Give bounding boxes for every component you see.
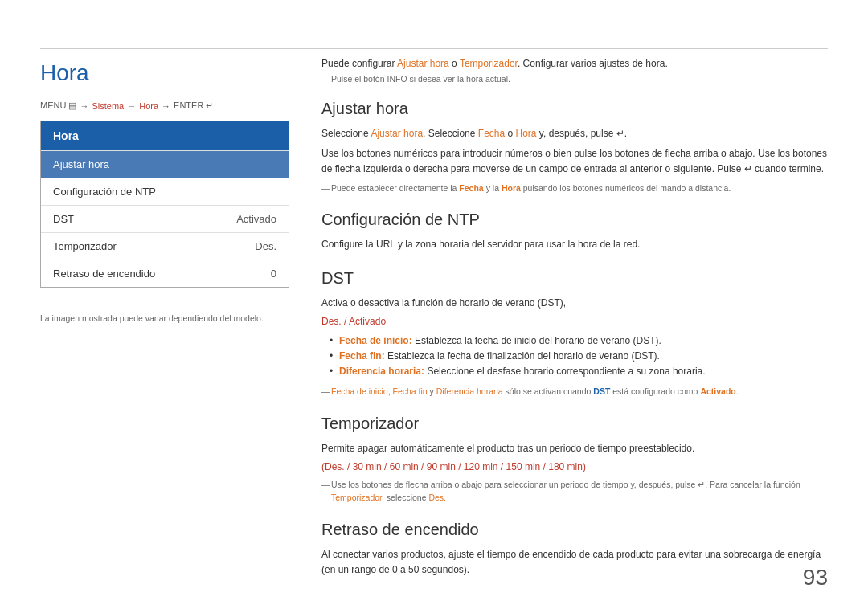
dst-note-diferencia: Diferencia horaria: [436, 386, 503, 396]
menu-item-label: Ajustar hora: [53, 158, 109, 170]
intro-link-ajustar[interactable]: Ajustar hora: [397, 58, 449, 69]
dst-note-fecha-inicio: Fecha de inicio: [331, 386, 388, 396]
timer-note-des: Des.: [428, 492, 446, 502]
section-body-retraso: Al conectar varios productos, ajuste el …: [321, 547, 828, 578]
menu-header: Hora: [41, 121, 289, 150]
section-body-ntp: Configure la URL y la zona horaria del s…: [321, 237, 828, 252]
intro-note: Pulse el botón INFO si desea ver la hora…: [321, 74, 828, 84]
dst-note: Fecha de inicio, Fecha fin y Diferencia …: [321, 386, 828, 398]
menu-item-label: Temporizador: [53, 240, 117, 252]
menu-item-label: Retraso de encendido: [53, 268, 155, 280]
section-body-dst: Activa o desactiva la función de horario…: [321, 296, 828, 311]
page-title: Hora: [40, 60, 289, 86]
timer-30[interactable]: 30 min: [353, 461, 382, 472]
section-title-dst: DST: [321, 269, 828, 288]
menu-box: Hora Ajustar hora Configuración de NTP D…: [40, 121, 289, 288]
dst-diferencia-label: Diferencia horaria:: [339, 366, 424, 377]
link-fecha[interactable]: Fecha: [478, 128, 505, 139]
breadcrumb-sistema[interactable]: Sistema: [92, 101, 124, 111]
page-number: 93: [803, 565, 828, 591]
menu-item-temporizador[interactable]: Temporizador Des.: [41, 232, 289, 260]
menu-item-label: Configuración de NTP: [53, 186, 156, 198]
menu-item-dst-value: Activado: [236, 213, 276, 225]
breadcrumb-hora[interactable]: Hora: [139, 101, 158, 111]
menu-footer: La imagen mostrada puede variar dependie…: [40, 304, 289, 325]
timer-120[interactable]: 120 min: [464, 461, 498, 472]
top-border: [40, 48, 828, 49]
dst-bullet-2: Fecha fin: Establezca la fecha de finali…: [330, 349, 828, 364]
content-wrapper: Hora MENU ▤ → Sistema → Hora → ENTER ↵ H…: [40, 56, 828, 582]
breadcrumb-arrow1: →: [80, 101, 88, 111]
dst-note-activado: Activado: [700, 386, 735, 396]
dst-note-fecha-fin: Fecha fin: [392, 386, 427, 396]
dst-note-dst: DST: [593, 386, 610, 396]
right-column: Puede configurar Ajustar hora o Temporiz…: [313, 56, 828, 582]
menu-item-ajustar-hora[interactable]: Ajustar hora: [41, 150, 289, 178]
dst-bullet-1: Fecha de inicio: Establezca la fecha de …: [330, 333, 828, 349]
dst-activado[interactable]: Activado: [349, 316, 386, 327]
dst-fecha-inicio-label: Fecha de inicio:: [339, 335, 412, 346]
section-note-ajustar: Puede establecer directamente la Fecha y…: [321, 182, 828, 195]
link-hora[interactable]: Hora: [516, 128, 537, 139]
section-body-temporizador: Permite apagar automáticamente el produc…: [321, 441, 828, 456]
dst-fecha-fin-label: Fecha fin:: [339, 350, 385, 362]
link-ajustar-hora[interactable]: Ajustar hora: [371, 128, 423, 139]
menu-item-label: DST: [53, 213, 74, 225]
section-title-ntp: Configuración de NTP: [321, 210, 828, 229]
timer-note: Use los botones de flecha arriba o abajo…: [321, 479, 828, 505]
breadcrumb-enter: ENTER ↵: [174, 100, 213, 111]
breadcrumb: MENU ▤ → Sistema → Hora → ENTER ↵: [40, 100, 289, 111]
link-hora2: Hora: [502, 183, 521, 193]
breadcrumb-arrow3: →: [162, 101, 170, 111]
section-title-temporizador: Temporizador: [321, 415, 828, 433]
section-body-ajustar1: Seleccione Ajustar hora. Seleccione Fech…: [321, 126, 828, 141]
dst-des[interactable]: Des.: [321, 316, 342, 327]
left-column: Hora MENU ▤ → Sistema → Hora → ENTER ↵ H…: [40, 56, 289, 582]
timer-150[interactable]: 150 min: [506, 461, 541, 472]
dst-bullet-list: Fecha de inicio: Establezca la fecha de …: [321, 333, 828, 380]
section-body-ajustar2: Use los botones numéricos para introduci…: [321, 146, 828, 177]
menu-item-temporizador-value: Des.: [255, 240, 276, 252]
menu-item-retraso-value: 0: [271, 268, 276, 280]
menu-item-configuracion-ntp[interactable]: Configuración de NTP: [41, 178, 289, 205]
timer-60[interactable]: 60 min: [390, 461, 419, 472]
timer-90[interactable]: 90 min: [427, 461, 456, 472]
timer-des[interactable]: (Des.: [321, 461, 345, 472]
timer-180[interactable]: 180 min: [548, 461, 583, 472]
dst-bullet-3: Diferencia horaria: Seleccione el desfas…: [330, 364, 828, 379]
section-title-ajustar: Ajustar hora: [321, 100, 828, 118]
breadcrumb-arrow2: →: [127, 101, 136, 111]
breadcrumb-menu: MENU ▤: [40, 100, 76, 111]
section-title-retraso: Retraso de encendido: [321, 521, 828, 539]
menu-item-dst[interactable]: DST Activado: [41, 205, 289, 232]
intro-text: Puede configurar Ajustar hora o Temporiz…: [321, 56, 828, 71]
page-container: Hora MENU ▤ → Sistema → Hora → ENTER ↵ H…: [0, 0, 868, 613]
dst-options: Des. / Activado: [321, 316, 828, 327]
menu-footer-text: La imagen mostrada puede variar dependie…: [40, 313, 264, 323]
intro-link-temporizador[interactable]: Temporizador: [460, 58, 518, 69]
link-fecha2: Fecha: [459, 183, 483, 193]
timer-note-link: Temporizador: [331, 492, 382, 502]
menu-item-retraso[interactable]: Retraso de encendido 0: [41, 260, 289, 287]
timer-options: (Des. / 30 min / 60 min / 90 min / 120 m…: [321, 461, 828, 472]
